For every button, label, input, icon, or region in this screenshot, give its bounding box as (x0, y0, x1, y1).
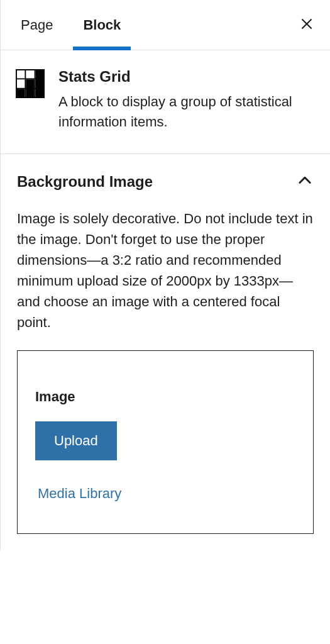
media-placeholder: Image Upload Media Library (17, 350, 314, 534)
tab-page-label: Page (21, 17, 53, 33)
section-toggle-background-image[interactable]: Background Image (1, 154, 330, 201)
section-title: Background Image (17, 173, 153, 191)
close-icon (299, 16, 315, 35)
svg-rect-7 (17, 89, 25, 97)
section-body: Image is solely decorative. Do not inclu… (1, 201, 330, 550)
close-inspector-button[interactable] (289, 8, 325, 42)
media-library-link[interactable]: Media Library (38, 486, 121, 502)
svg-rect-9 (36, 70, 44, 97)
tab-page[interactable]: Page (6, 1, 68, 50)
inspector-tabs: Page Block (1, 0, 330, 50)
upload-button-label: Upload (54, 433, 98, 448)
chevron-up-icon (296, 172, 314, 192)
media-label: Image (35, 389, 295, 405)
tab-block-label: Block (83, 17, 121, 33)
block-meta: Stats Grid A block to display a group of… (58, 68, 315, 132)
block-card: Stats Grid A block to display a group of… (1, 50, 330, 154)
stats-grid-icon (16, 69, 45, 98)
block-inspector-panel: Page Block (0, 0, 330, 550)
svg-rect-8 (26, 79, 34, 97)
media-library-label: Media Library (38, 486, 121, 501)
block-description: A block to display a group of statistica… (58, 92, 315, 132)
upload-button[interactable]: Upload (35, 421, 117, 460)
help-text: Image is solely decorative. Do not inclu… (17, 208, 314, 333)
block-title: Stats Grid (58, 68, 315, 86)
tab-block[interactable]: Block (68, 1, 136, 50)
